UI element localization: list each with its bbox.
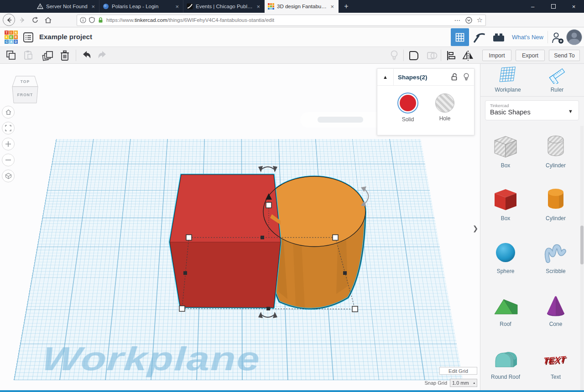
group-icon[interactable] (408, 50, 420, 62)
zoom-in-button[interactable] (2, 138, 15, 150)
gallery-item-sphere[interactable]: Sphere (480, 232, 531, 284)
home-view-button[interactable] (2, 106, 15, 119)
red-box-shape[interactable] (170, 175, 281, 308)
gallery-item-label: Scribble (531, 268, 581, 274)
edit-grid-button[interactable]: Edit Grid (439, 367, 477, 375)
back-button[interactable] (3, 14, 15, 26)
tab-close-icon[interactable]: × (90, 3, 96, 10)
tracking-shield-icon[interactable] (89, 17, 95, 23)
flip-mirror-icon[interactable] (462, 50, 474, 62)
duplicate-icon[interactable] (42, 50, 54, 62)
project-title[interactable]: Example project (39, 33, 92, 41)
shapes-inspector-panel: ▲ Shapes(2) Solid Hole (377, 68, 474, 135)
shape-category-dropdown[interactable]: Tinkercad Basic Shapes ▼ (485, 100, 579, 120)
gallery-item-label: Roof (480, 321, 531, 327)
logo-letter: N (14, 31, 18, 35)
ungroup-icon[interactable] (426, 50, 438, 62)
reload-button[interactable] (31, 16, 39, 24)
browser-tab-bar: Server Not Found × Polaris Leap - Login … (0, 0, 584, 13)
gallery-item-round-roof[interactable]: Round Roof (480, 337, 531, 390)
gallery-item-roof[interactable]: Roof (480, 284, 531, 337)
gallery-item-scribble[interactable]: Scribble (531, 232, 581, 284)
forward-button[interactable] (19, 16, 26, 24)
hole-box-icon (492, 135, 519, 159)
brick-icon[interactable] (492, 31, 506, 44)
whats-new-link[interactable]: What's New (512, 34, 543, 41)
window-maximize-button[interactable] (543, 0, 563, 13)
logo-letter: C (5, 40, 9, 44)
project-list-icon[interactable] (23, 32, 34, 43)
workplane-tool[interactable]: Workplane (485, 67, 531, 93)
import-button[interactable]: Import (482, 50, 511, 61)
gallery-item-text[interactable]: TEXT TEXT Text (531, 337, 581, 390)
view-cube[interactable]: TOP FRONT (11, 74, 39, 104)
panel-collapse-button[interactable]: ▲ (377, 69, 394, 85)
home-button[interactable] (44, 16, 52, 24)
plus-icon (5, 141, 11, 147)
category-name: Basic Shapes (490, 108, 574, 116)
zoom-out-button[interactable] (2, 154, 15, 166)
viewcube-front-label[interactable]: FRONT (17, 93, 33, 97)
bottom-accent-bar (0, 390, 584, 392)
tab-chicago-public-library[interactable]: Events | Chicago Public Library × (183, 0, 265, 13)
tab-close-icon[interactable]: × (329, 3, 335, 10)
home-view-icon (5, 109, 12, 115)
align-icon[interactable] (445, 50, 456, 62)
redo-icon[interactable] (97, 50, 109, 61)
home-icon (44, 16, 52, 24)
gallery-item-hole-box[interactable]: Box (480, 126, 531, 179)
gallery-item-label: Box (480, 162, 531, 169)
url-prefix: https://www. (106, 17, 135, 23)
sidebar-collapse-chevron[interactable]: ❯ (471, 221, 480, 236)
send-to-button[interactable]: Send To (549, 50, 580, 61)
avatar-silhouette-icon (567, 30, 582, 45)
tab-close-icon[interactable]: × (256, 3, 261, 10)
delete-trash-icon[interactable] (59, 50, 70, 62)
window-close-button[interactable]: × (563, 0, 584, 13)
viewcube-top-label[interactable]: TOP (21, 79, 30, 84)
gallery-item-red-box[interactable]: Box (480, 179, 531, 232)
pocket-icon[interactable] (465, 17, 472, 24)
unlock-icon[interactable] (451, 73, 458, 81)
site-info-icon[interactable] (80, 17, 86, 23)
perspective-toggle-button[interactable] (2, 170, 15, 182)
back-arrow-icon (5, 16, 13, 24)
window-minimize-button[interactable]: – (522, 0, 543, 13)
grid-icon (455, 32, 465, 42)
ruler-tool[interactable]: Ruler (534, 67, 580, 93)
page-actions-icon[interactable]: ⋯ (454, 16, 461, 24)
fit-view-button[interactable] (2, 122, 15, 134)
paste-icon[interactable] (23, 50, 34, 61)
tab-server-not-found[interactable]: Server Not Found × (34, 0, 99, 13)
3d-viewport[interactable]: Workplane (0, 64, 480, 390)
tab-3d-design-active[interactable]: 3D design Fantabulous Stantia × (265, 0, 339, 13)
tab-polaris-leap[interactable]: Polaris Leap - Login × (99, 0, 183, 13)
red-box-icon (492, 188, 519, 211)
tinkercad-logo[interactable]: T I N K E R C A D (5, 31, 18, 44)
new-tab-button[interactable]: + (339, 0, 354, 13)
logo-letter: E (9, 35, 13, 39)
logo-letter: A (9, 40, 13, 44)
reload-icon (31, 16, 39, 24)
hole-material-option[interactable]: Hole (430, 93, 459, 122)
dashboard-grid-button[interactable] (451, 28, 469, 46)
fit-view-icon (5, 125, 11, 131)
solid-material-option[interactable]: Solid (393, 93, 422, 123)
copy-icon[interactable] (5, 50, 16, 61)
bookmark-star-icon[interactable]: ☆ (477, 16, 483, 24)
export-button[interactable]: Export (516, 50, 545, 61)
gallery-item-cone[interactable]: Cone (531, 284, 581, 337)
sidebar-scrollbar-thumb[interactable] (580, 226, 584, 264)
url-bar[interactable]: https://www.tinkercad.com/things/6WIFehy… (77, 15, 486, 26)
gallery-item-orange-cylinder[interactable]: Cylinder (531, 179, 581, 232)
tab-close-icon[interactable]: × (174, 3, 180, 10)
url-text: https://www.tinkercad.com/things/6WIFehy… (106, 17, 274, 23)
hide-bulb-icon[interactable] (463, 73, 469, 81)
minecraft-pickaxe-icon[interactable] (474, 31, 486, 44)
undo-icon[interactable] (80, 50, 92, 61)
snap-grid-select[interactable]: 1.0 mm ▴ (450, 379, 477, 387)
show-all-bulb-icon[interactable] (389, 50, 400, 62)
gallery-item-hole-cylinder[interactable]: Cylinder (531, 126, 581, 179)
invite-person-icon[interactable] (551, 32, 564, 44)
user-avatar[interactable] (566, 29, 582, 45)
